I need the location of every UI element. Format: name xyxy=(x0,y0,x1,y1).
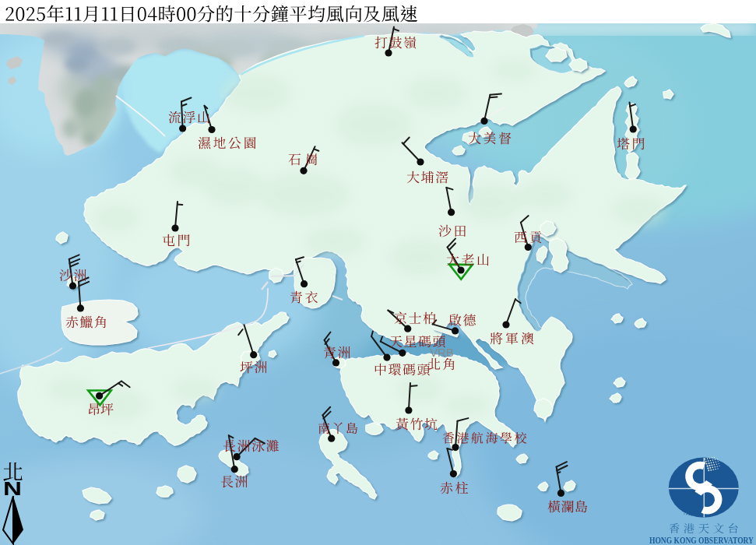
svg-text:HONG KONG OBSERVATORY: HONG KONG OBSERVATORY xyxy=(649,535,754,545)
svg-text:VRB: VRB xyxy=(430,346,454,359)
